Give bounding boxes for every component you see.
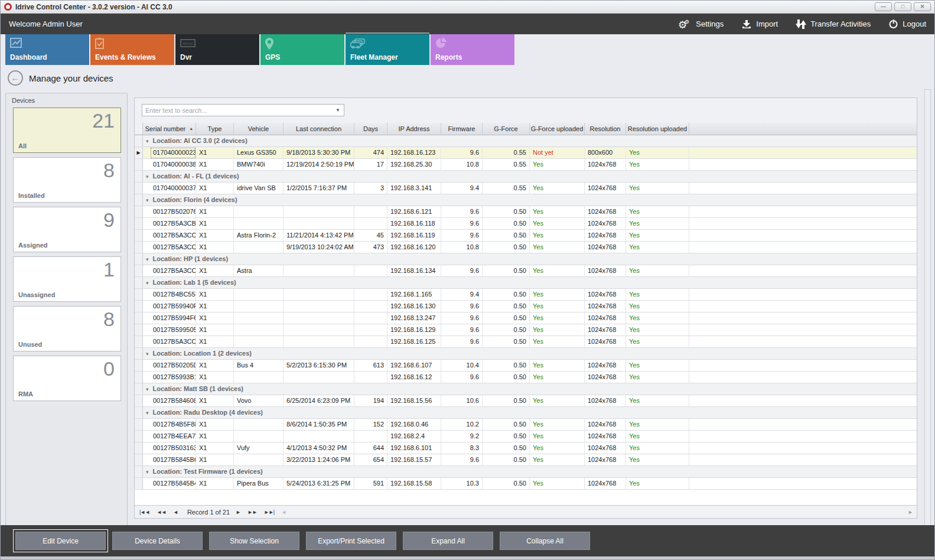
table-row[interactable]: 00127B5845BCX13/22/2013 1:24:06 PM654192… <box>135 454 917 466</box>
export-print-selected-button[interactable]: Export/Print Selected <box>306 532 396 550</box>
collapse-arrow-icon[interactable]: ▾ <box>146 469 149 475</box>
group-row-location-florin-4-devices[interactable]: ▾Location: Florin (4 devices) <box>135 194 917 206</box>
tab-dvr[interactable]: MERGEDvr <box>175 34 259 65</box>
collapse-arrow-icon[interactable]: ▾ <box>146 174 149 180</box>
cell-ip: 192.168.16.118 <box>387 218 441 230</box>
collapse-arrow-icon[interactable]: ▾ <box>146 410 149 416</box>
table-row[interactable]: 00127B503163X1Vufy4/1/2013 4:50:32 PM644… <box>135 442 917 454</box>
column-header-firmware[interactable]: Firmware <box>441 123 483 135</box>
table-row[interactable]: 017040000038X1BMW740i12/19/2014 2:50:19 … <box>135 159 917 171</box>
tab-dashboard[interactable]: Dashboard <box>5 34 89 65</box>
table-row[interactable]: ▶017040000023X1Lexus GS3509/18/2013 5:30… <box>135 147 917 159</box>
vertical-scrollbar[interactable] <box>924 89 931 555</box>
edit-device-button[interactable]: Edit Device <box>15 532 106 550</box>
next-page-button[interactable]: ► <box>236 509 240 515</box>
column-header-g-force[interactable]: G-Force <box>483 123 530 135</box>
last-page-button[interactable]: ►►| <box>264 509 274 515</box>
tab-events-reviews[interactable]: Events & Reviews <box>90 34 174 65</box>
column-header-last-connection[interactable]: Last connection <box>284 123 354 135</box>
row-indicator-cell <box>135 301 143 312</box>
cell-days <box>354 312 387 324</box>
device-details-button[interactable]: Device Details <box>112 532 203 550</box>
group-row-location-hp-1-devices[interactable]: ▾Location: HP (1 devices) <box>135 253 917 265</box>
cell-resolution: 1024x768 <box>585 206 626 218</box>
reports-icon <box>435 41 447 51</box>
close-button[interactable]: ✕ <box>914 2 931 11</box>
cell-filler <box>689 147 917 159</box>
device-filter-card-rma[interactable]: 0RMA <box>13 356 121 401</box>
column-header-serial-number[interactable]: Serial number▲ <box>143 123 196 135</box>
group-row-location-radu-desktop-4-devices[interactable]: ▾Location: Radu Desktop (4 devices) <box>135 407 917 419</box>
back-button[interactable]: ← <box>8 70 23 86</box>
row-indicator-cell <box>135 431 143 442</box>
table-row[interactable]: 00127B5845B4X1Pipera Bus5/24/2013 6:31:2… <box>135 478 917 490</box>
table-row[interactable]: 00127B4BC559X1192.168.1.1659.40.50Yes102… <box>135 289 917 301</box>
group-row-location-test-firmware-1-devices[interactable]: ▾Location: Test Firmware (1 devices) <box>135 466 917 478</box>
cell-g-force: 0.50 <box>483 419 530 431</box>
column-header-resolution[interactable]: Resolution <box>585 123 626 135</box>
table-row[interactable]: 00127B599505X1192.168.16.1299.60.50Yes10… <box>135 324 917 336</box>
show-selection-button[interactable]: Show Selection <box>209 532 299 550</box>
collapse-arrow-icon[interactable]: ▾ <box>146 351 149 357</box>
topbar-action-transfer-activities[interactable]: Transfer Activities <box>796 19 871 30</box>
column-header-type[interactable]: Type <box>196 123 234 135</box>
collapse-arrow-icon[interactable]: ▾ <box>146 386 149 392</box>
table-row[interactable]: 00127B5A3CCAX1Astra192.168.16.1349.60.50… <box>135 265 917 277</box>
group-row-location-location-1-2-devices[interactable]: ▾Location: Location 1 (2 devices) <box>135 348 917 360</box>
column-header-days[interactable]: Days <box>354 123 387 135</box>
expand-all-button[interactable]: Expand All <box>403 532 493 550</box>
fast-prev-button[interactable]: ◄◄ <box>157 509 166 515</box>
first-page-button[interactable]: |◄◄ <box>139 509 149 515</box>
table-row[interactable]: 00127B5A3CB7X1192.168.16.1189.60.50Yes10… <box>135 218 917 230</box>
group-indent-cell <box>143 372 150 383</box>
column-header-ip-address[interactable]: IP Address <box>387 123 441 135</box>
topbar-action-logout[interactable]: Logout <box>888 19 926 29</box>
group-row-location-lab-1-5-devices[interactable]: ▾Location: Lab 1 (5 devices) <box>135 277 917 289</box>
transfer-icon <box>796 19 806 30</box>
cell-last-connection <box>284 372 354 383</box>
table-row[interactable]: 00127B5A3CC4X1192.168.16.1259.60.50Yes10… <box>135 336 917 348</box>
search-input[interactable] <box>142 104 344 116</box>
column-header-resolution-uploaded[interactable]: Resolution uploaded <box>626 123 689 135</box>
table-row[interactable]: 017040000037X1idrive Van SB1/2/2015 7:16… <box>135 183 917 194</box>
prev-page-button[interactable]: ◄ <box>173 509 178 515</box>
table-row[interactable]: 00127B5994F6X1192.168.13.2479.60.50Yes10… <box>135 312 917 324</box>
fast-next-button[interactable]: ►► <box>247 509 257 515</box>
table-row[interactable]: 00127B5A3CCCX19/19/2013 10:24:02 AM47319… <box>135 242 917 253</box>
row-indicator-cell <box>135 194 143 206</box>
table-row[interactable]: 00127B584608X1Vovo6/25/2014 6:23:09 PM19… <box>135 395 917 407</box>
table-row[interactable]: 00127B5993B1X1192.168.16.129.60.50Yes102… <box>135 372 917 383</box>
device-filter-card-installed[interactable]: 8Installed <box>13 157 121 203</box>
column-header-g-force-uploaded[interactable]: G-Force uploaded <box>530 123 585 135</box>
table-row[interactable]: 00127B4EEA78X1192.168.2.49.20.50Yes1024x… <box>135 431 917 442</box>
collapse-arrow-icon[interactable]: ▾ <box>146 197 149 203</box>
collapse-all-button[interactable]: Collapse All <box>500 532 590 550</box>
maximize-button[interactable]: □ <box>894 2 911 11</box>
collapse-arrow-icon[interactable]: ▾ <box>146 138 149 144</box>
collapse-arrow-icon[interactable]: ▾ <box>146 256 149 262</box>
topbar-action-import[interactable]: Import <box>741 19 778 29</box>
table-row[interactable]: 00127B5A3CC3X1Astra Florin-211/21/2014 4… <box>135 230 917 242</box>
table-row[interactable]: 00127B4B5F88X18/6/2014 1:50:35 PM152192.… <box>135 419 917 431</box>
sidebar-title: Devices <box>12 97 127 104</box>
tab-fleet-manager[interactable]: Fleet Manager <box>346 34 429 65</box>
minimize-button[interactable]: ― <box>875 2 892 11</box>
column-header-vehicle[interactable]: Vehicle <box>234 123 284 135</box>
group-row-location-al-cc-3-0-2-devices[interactable]: ▾Location: Al CC 3.0 (2 devices) <box>135 135 917 147</box>
group-row-location-al-fl-1-devices[interactable]: ▾Location: Al - FL (1 devices) <box>135 171 917 183</box>
device-filter-card-assigned[interactable]: 9Assigned <box>13 207 121 252</box>
collapse-arrow-icon[interactable]: ▾ <box>146 280 149 286</box>
search-dropdown-icon[interactable]: ▼ <box>335 108 340 113</box>
topbar-action-settings[interactable]: ⚙⚙Settings <box>677 18 724 30</box>
cell-g-force: 0.55 <box>483 183 530 194</box>
group-row-location-matt-sb-1-devices[interactable]: ▾Location: Matt SB (1 devices) <box>135 383 917 395</box>
device-filter-card-unassigned[interactable]: 1Unassigned <box>13 256 121 302</box>
table-row[interactable]: 00127B50205DX1Bus 45/2/2013 6:15:30 PM61… <box>135 360 917 372</box>
row-indicator-cell <box>135 159 143 171</box>
tab-reports[interactable]: Reports <box>431 34 514 65</box>
table-row[interactable]: 00127B502076X1192.168.6.1219.60.50Yes102… <box>135 206 917 218</box>
tab-gps[interactable]: GPS <box>260 34 344 65</box>
device-filter-card-unused[interactable]: 8Unused <box>13 306 121 351</box>
table-row[interactable]: 00127B59940FX1192.168.16.1309.60.50Yes10… <box>135 301 917 312</box>
device-filter-card-all[interactable]: 21All <box>13 108 121 153</box>
